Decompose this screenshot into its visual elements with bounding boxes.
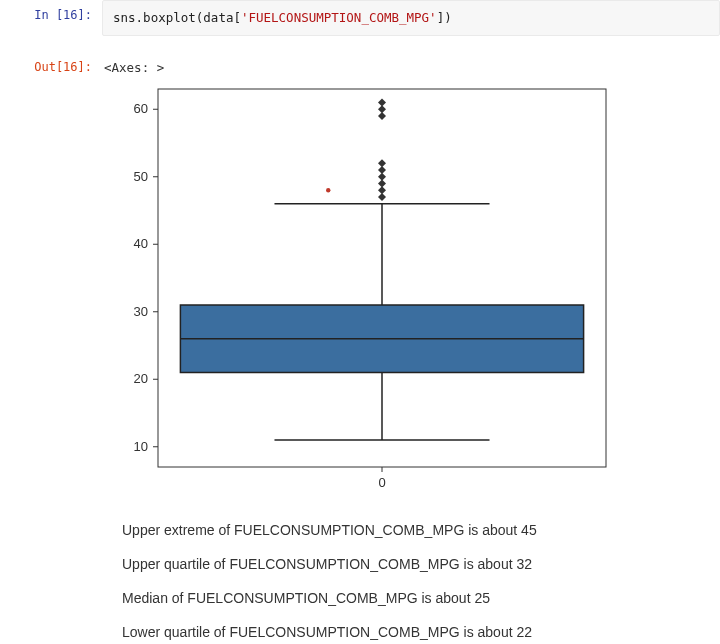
output-cell: Out[16]: <Axes: > bbox=[0, 52, 720, 75]
output-prompt: Out[16]: bbox=[0, 52, 102, 75]
input-cell: In [16]: sns.boxplot(data['FUELCONSUMPTI… bbox=[0, 0, 720, 36]
svg-marker-25 bbox=[378, 159, 386, 167]
annotation-line: Upper quartile of FUELCONSUMPTION_COMB_M… bbox=[122, 556, 720, 572]
annotation-line: Median of FUELCONSUMPTION_COMB_MPG is ab… bbox=[122, 590, 720, 606]
svg-marker-28 bbox=[378, 98, 386, 106]
output-text: <Axes: > bbox=[102, 52, 720, 75]
svg-text:40: 40 bbox=[134, 236, 148, 251]
code-token: data bbox=[203, 10, 233, 25]
code-cell[interactable]: sns.boxplot(data['FUELCONSUMPTION_COMB_M… bbox=[102, 0, 720, 36]
svg-text:20: 20 bbox=[134, 371, 148, 386]
svg-text:50: 50 bbox=[134, 168, 148, 183]
code-token: [ bbox=[233, 10, 241, 25]
annotation-line: Upper extreme of FUELCONSUMPTION_COMB_MP… bbox=[122, 522, 720, 538]
code-token: ) bbox=[444, 10, 452, 25]
annotations-block: Upper extreme of FUELCONSUMPTION_COMB_MP… bbox=[0, 496, 720, 640]
svg-text:30: 30 bbox=[134, 303, 148, 318]
chart-output: 1020304050600 bbox=[0, 75, 720, 496]
code-token: sns bbox=[113, 10, 136, 25]
annotation-line: Lower quartile of FUELCONSUMPTION_COMB_M… bbox=[122, 624, 720, 640]
svg-text:60: 60 bbox=[134, 101, 148, 116]
svg-text:10: 10 bbox=[134, 438, 148, 453]
input-prompt: In [16]: bbox=[0, 0, 102, 36]
svg-text:0: 0 bbox=[378, 475, 385, 489]
boxplot-chart: 1020304050600 bbox=[102, 79, 622, 489]
code-token: . bbox=[136, 10, 144, 25]
code-token: 'FUELCONSUMPTION_COMB_MPG' bbox=[241, 10, 437, 25]
code-token: boxplot bbox=[143, 10, 196, 25]
svg-point-29 bbox=[326, 188, 330, 192]
